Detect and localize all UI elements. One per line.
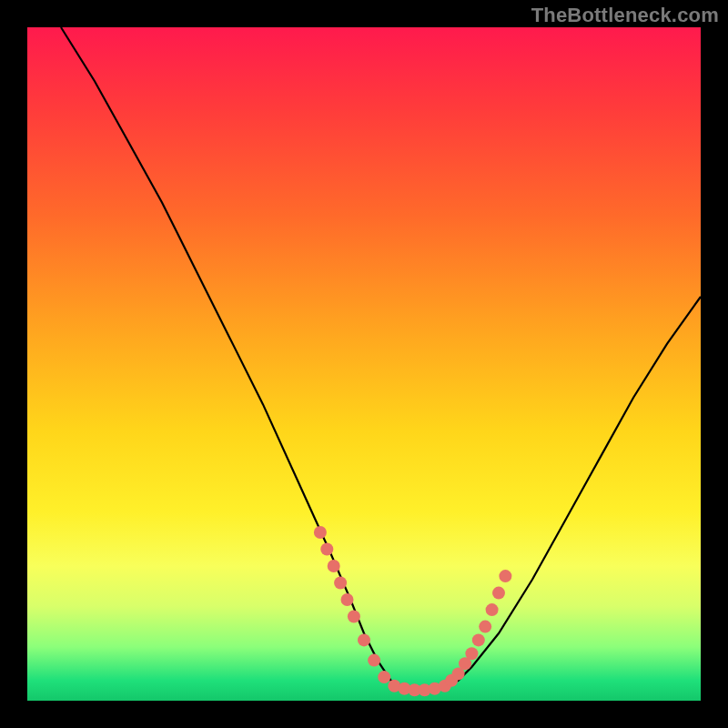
curve-marker [479, 621, 491, 633]
curve-marker [320, 543, 333, 556]
curve-marker [348, 611, 360, 623]
curve-marker [499, 570, 511, 582]
curve-marker [328, 560, 340, 572]
chart-svg [27, 27, 701, 701]
curve-marker [358, 633, 370, 646]
watermark-text: TheBottleneck.com [531, 4, 719, 27]
curve-marker [486, 603, 499, 616]
curve-marker [465, 647, 478, 660]
curve-marker [492, 587, 505, 600]
curve-marker [368, 654, 380, 667]
bottleneck-curve [61, 27, 701, 691]
curve-marker [314, 526, 327, 539]
chart-frame: TheBottleneck.com [0, 0, 728, 728]
plot-area [27, 27, 701, 701]
curve-marker [472, 633, 485, 646]
curve-marker [334, 577, 347, 590]
curve-marker [378, 671, 390, 683]
curve-markers [314, 526, 512, 696]
curve-marker [341, 593, 354, 606]
